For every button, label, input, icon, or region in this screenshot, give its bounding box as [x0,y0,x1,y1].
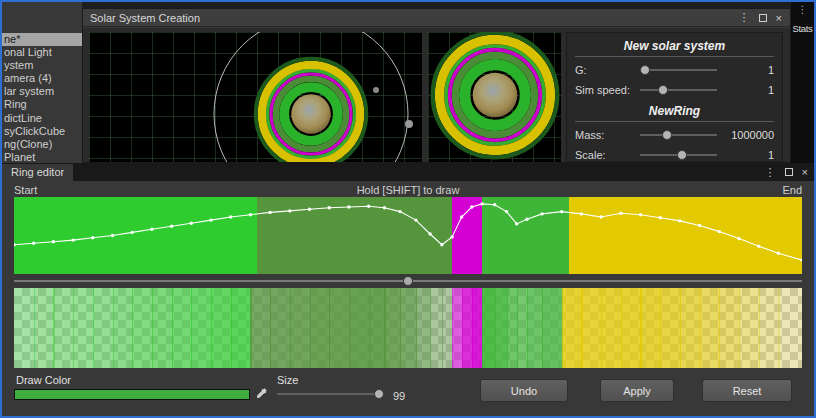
draw-color-label: Draw Color [16,374,71,386]
size-value: 99 [393,390,405,402]
draw-color-swatch[interactable] [14,389,250,400]
alpha-strip-slices [14,288,802,368]
ring-editor-tabbar: Ring editor ⋮ × [2,163,814,181]
scale-value: 1 [722,149,774,161]
more-icon[interactable]: ⋮ [791,2,814,15]
tab-ring-editor[interactable]: Ring editor [2,164,73,181]
mass-slider[interactable] [640,129,717,141]
slider-handle[interactable] [662,130,672,140]
inspector-row-mass: Mass: 1000000 [575,125,774,145]
scene-viewport-wide[interactable] [89,32,422,163]
reset-button[interactable]: Reset [702,379,792,402]
size-label: Size [277,374,298,386]
inspector-row-scale: Scale: 1 [575,145,774,162]
stats-button[interactable]: Stats [791,23,814,34]
more-icon[interactable]: ⋮ [739,11,750,24]
maximize-icon[interactable] [759,14,767,22]
sim-speed-slider[interactable] [640,84,717,96]
scale-label: Scale: [575,149,635,161]
slider-track[interactable] [640,69,717,71]
more-icon[interactable]: ⋮ [765,166,776,179]
eyedropper-button[interactable] [255,386,269,401]
hierarchy-item-easyclickcube[interactable]: syClickCube [2,125,82,138]
ring-editor-body: Start Hold [SHIFT] to draw End Draw Colo… [2,183,814,417]
window-controls: ⋮ × [765,166,814,179]
end-label: End [782,184,802,196]
inspector-row-sim-speed: Sim speed: 1 [575,80,774,100]
hierarchy-item-clone[interactable]: ng(Clone) [2,138,82,151]
window-content: New solar system G: 1 Sim speed: [83,28,790,162]
ring-curve-svg [14,197,802,274]
separator [575,121,774,122]
moon-small [373,87,379,93]
window-titlebar[interactable]: Solar System Creation ⋮ × [83,9,790,27]
section-title-solar-system: New solar system [575,35,774,56]
slider-handle[interactable] [403,276,413,286]
size-slider[interactable] [277,388,383,400]
apply-button[interactable]: Apply [600,379,674,402]
ring-range-labels: Start Hold [SHIFT] to draw End [14,183,802,197]
close-icon[interactable]: × [776,12,782,24]
hierarchy-item-system[interactable]: ystem [2,59,82,72]
hierarchy-item-directional-light[interactable]: onal Light [2,46,82,59]
moon-large [405,120,413,128]
ring-color-band[interactable] [14,197,802,274]
separator [575,56,774,57]
window-title: Solar System Creation [83,12,200,24]
slider-track[interactable] [640,134,717,136]
g-value: 1 [722,64,774,76]
slider-handle[interactable] [677,150,687,160]
close-icon[interactable]: × [802,166,808,178]
hierarchy-item-ring[interactable]: Ring [2,98,82,111]
slider-handle[interactable] [374,389,384,399]
g-label: G: [575,64,635,76]
slider-track[interactable] [277,393,383,395]
hierarchy-item-scene[interactable]: ne* [2,33,82,46]
hierarchy-item-solar-system[interactable]: lar system [2,85,82,98]
g-slider[interactable] [640,64,717,76]
undo-button[interactable]: Undo [480,379,568,402]
slider-handle[interactable] [640,65,650,75]
hierarchy-panel: ne* onal Light ystem amera (4) lar syste… [2,2,82,163]
hierarchy-item-camera[interactable]: amera (4) [2,72,82,85]
section-title-newring: NewRing [575,100,774,121]
slider-track[interactable] [640,89,717,91]
mass-value: 1000000 [722,129,774,141]
inspector-row-g: G: 1 [575,60,774,80]
inspector-panel: New solar system G: 1 Sim speed: [566,32,783,162]
eyedropper-icon [256,387,268,400]
right-edge-strip: ⋮ Stats [791,2,814,163]
ring-position-slider[interactable] [14,274,802,288]
ring-editor-panel: Ring editor ⋮ × Start Hold [SHIFT] to dr… [2,163,814,416]
window-controls: ⋮ × [739,11,790,24]
sim-speed-value: 1 [722,84,774,96]
draw-hint-label: Hold [SHIFT] to draw [14,184,802,196]
scene-viewport-zoom[interactable] [428,32,561,163]
planet-rings-view-zoom [428,32,561,163]
slider-handle[interactable] [658,85,668,95]
planet-rings-view [89,32,422,163]
maximize-icon[interactable] [785,168,793,176]
ring-alpha-preview[interactable] [14,288,802,368]
solar-system-creation-window: Solar System Creation ⋮ × [82,8,791,163]
scale-slider[interactable] [640,149,717,161]
sim-speed-label: Sim speed: [575,84,635,96]
ring-editor-controls: Draw Color Size 99 Undo Apply Reset [14,371,802,417]
hierarchy-item-predictline[interactable]: dictLine [2,112,82,125]
mass-label: Mass: [575,129,635,141]
unity-editor-screen: ne* onal Light ystem amera (4) lar syste… [0,0,816,418]
hierarchy-list: ne* onal Light ystem amera (4) lar syste… [2,33,82,163]
hierarchy-item-planet[interactable]: Planet [2,151,82,163]
